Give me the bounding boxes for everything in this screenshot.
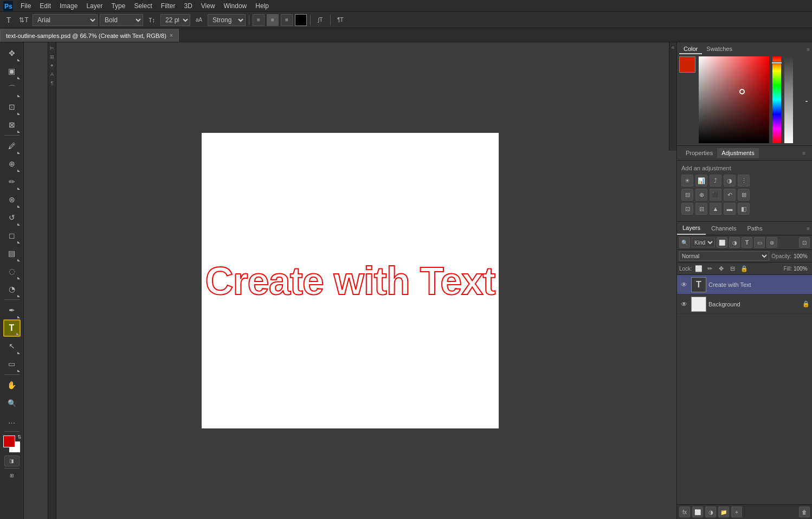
color-hue-strip[interactable] [772, 56, 781, 143]
side-icon-1[interactable]: ⊢ [48, 44, 56, 52]
paths-tab[interactable]: Paths [742, 222, 768, 234]
text-color-swatch[interactable] [295, 14, 307, 26]
layers-filter-toggle[interactable]: ⊡ [799, 237, 810, 248]
selective-color-adj-icon[interactable]: ◧ [738, 203, 750, 215]
menu-window[interactable]: Window [220, 0, 252, 12]
side-icon-5[interactable]: ¶ [48, 79, 56, 87]
align-right-btn[interactable]: ≡ [281, 14, 293, 26]
layer-visibility-toggle[interactable]: 👁 [679, 299, 689, 309]
font-size-select[interactable]: 22 pt [160, 14, 190, 26]
layers-kind-select[interactable]: Kind [692, 238, 715, 247]
eraser-tool-btn[interactable]: ◻ [3, 227, 21, 244]
font-family-select[interactable]: Arial [33, 14, 98, 26]
anti-alias-select[interactable]: Strong [208, 14, 246, 26]
eyedropper-tool-btn[interactable]: 🖉 [3, 137, 21, 155]
properties-tab[interactable]: Properties [681, 148, 717, 158]
toggle-char-panel-icon[interactable]: ¶T [334, 14, 347, 27]
posterize-adj-icon[interactable]: ⊟ [695, 203, 707, 215]
layers-filter-adjust-icon[interactable]: ◑ [729, 237, 740, 248]
menu-layer[interactable]: Layer [82, 0, 107, 12]
color-current-swatch[interactable] [679, 56, 695, 73]
layer-mask-btn[interactable]: ⬜ [692, 507, 703, 517]
invert-adj-icon[interactable]: ⊡ [681, 203, 693, 215]
zoom-tool-btn[interactable]: 🔍 [3, 394, 21, 412]
tab-close-button[interactable]: × [170, 33, 173, 39]
pen-tool-btn[interactable]: ✒ [3, 302, 21, 319]
menu-image[interactable]: Image [55, 0, 82, 12]
lock-artboards-icon[interactable]: ⊟ [728, 264, 738, 273]
menu-filter[interactable]: Filter [157, 0, 180, 12]
channel-mixer-adj-icon[interactable]: ⊞ [738, 189, 750, 201]
photo-filter-adj-icon[interactable]: ↶ [724, 189, 736, 201]
menu-file[interactable]: File [16, 0, 35, 12]
bw-adj-icon[interactable]: ⬛ [710, 189, 721, 201]
menu-select[interactable]: Select [130, 0, 156, 12]
switch-colors-icon[interactable]: ⇅ [17, 434, 22, 440]
path-select-tool-btn[interactable]: ↖ [3, 337, 21, 355]
color-expand-btn[interactable] [803, 4, 809, 104]
lasso-tool-btn[interactable]: ⌒ [3, 80, 21, 98]
layers-filter-pixel-icon[interactable]: ⬜ [717, 237, 727, 248]
color-gradient[interactable] [699, 56, 769, 143]
align-center-btn[interactable]: ≡ [267, 14, 279, 26]
more-tools-btn[interactable]: … [3, 412, 21, 430]
hand-tool-btn[interactable]: ✋ [3, 376, 21, 394]
menu-type[interactable]: Type [107, 0, 130, 12]
menu-help[interactable]: Help [251, 0, 273, 12]
layer-item[interactable]: 👁 T Create with Text [677, 275, 812, 294]
hue-sat-adj-icon[interactable]: ⊟ [681, 189, 693, 201]
vibrance-adj-icon[interactable]: ⋮ [738, 175, 750, 187]
side-icon-4[interactable]: A [48, 71, 56, 78]
gradient-map-adj-icon[interactable]: ▬ [724, 203, 736, 215]
layers-tab[interactable]: Layers [677, 222, 706, 235]
color-alpha-strip[interactable] [784, 56, 793, 143]
foreground-color-swatch[interactable] [3, 435, 15, 447]
threshold-adj-icon[interactable]: ▲ [710, 203, 721, 215]
layers-filter-type-icon[interactable]: T [742, 237, 752, 248]
move-tool-btn[interactable]: ✥ [3, 44, 21, 62]
healing-tool-btn[interactable]: ⊕ [3, 155, 21, 172]
foreground-background-colors[interactable]: ⇅ [3, 435, 21, 453]
panel-collapse-toggle[interactable]: « [669, 42, 676, 151]
brightness-adj-icon[interactable]: ☀ [681, 175, 693, 187]
swatches-tab[interactable]: Swatches [702, 44, 737, 54]
lock-pixels-icon[interactable]: ⬜ [694, 264, 704, 273]
layers-filter-smart-icon[interactable]: ⊛ [766, 237, 777, 248]
lock-image-icon[interactable]: ✏ [705, 264, 715, 273]
lock-position-icon[interactable]: ✥ [717, 264, 726, 273]
color-tab[interactable]: Color [679, 44, 702, 54]
toggle-text-orientation-icon[interactable]: ⇅T [17, 14, 30, 27]
shape-tool-btn[interactable]: ▭ [3, 355, 21, 373]
props-panel-menu-btn[interactable]: ≡ [802, 150, 805, 156]
selection-rect-tool-btn[interactable]: ▣ [3, 62, 21, 80]
warp-text-icon[interactable]: ∫T [314, 14, 327, 27]
levels-adj-icon[interactable]: 📊 [695, 175, 707, 187]
blend-mode-select[interactable]: Normal [679, 251, 769, 261]
menu-edit[interactable]: Edit [35, 0, 55, 12]
adjustments-tab[interactable]: Adjustments [717, 148, 759, 158]
curves-adj-icon[interactable]: ⤴ [710, 175, 721, 187]
menu-3d[interactable]: 3D [179, 0, 196, 12]
crop-tool-btn[interactable]: ⊠ [3, 116, 21, 133]
new-adjustment-layer-btn[interactable]: ◑ [705, 507, 716, 517]
new-layer-btn[interactable]: + [731, 507, 742, 517]
blur-tool-btn[interactable]: ◌ [3, 262, 21, 280]
screen-mode-btn[interactable]: ⊞ [4, 470, 20, 481]
lock-all-icon[interactable]: 🔒 [739, 264, 749, 273]
color-balance-adj-icon[interactable]: ⊕ [695, 189, 707, 201]
channels-tab[interactable]: Channels [706, 222, 742, 234]
clone-stamp-tool-btn[interactable]: ⊛ [3, 191, 21, 208]
new-group-btn[interactable]: 📁 [718, 507, 729, 517]
layer-visibility-toggle[interactable]: 👁 [679, 280, 689, 290]
align-left-btn[interactable]: ≡ [253, 14, 265, 26]
exposure-adj-icon[interactable]: ◑ [724, 175, 736, 187]
menu-view[interactable]: View [197, 0, 220, 12]
font-style-select[interactable]: Bold [100, 14, 143, 26]
dodge-tool-btn[interactable]: ◔ [3, 280, 21, 298]
type-tool-btn[interactable]: T [3, 319, 21, 337]
gradient-tool-btn[interactable]: ▤ [3, 245, 21, 262]
side-icon-2[interactable]: ⊞ [48, 53, 56, 61]
delete-layer-btn[interactable]: 🗑 [799, 507, 810, 517]
layers-panel-menu-btn[interactable]: ≡ [807, 226, 810, 232]
object-select-tool-btn[interactable]: ⊡ [3, 98, 21, 116]
